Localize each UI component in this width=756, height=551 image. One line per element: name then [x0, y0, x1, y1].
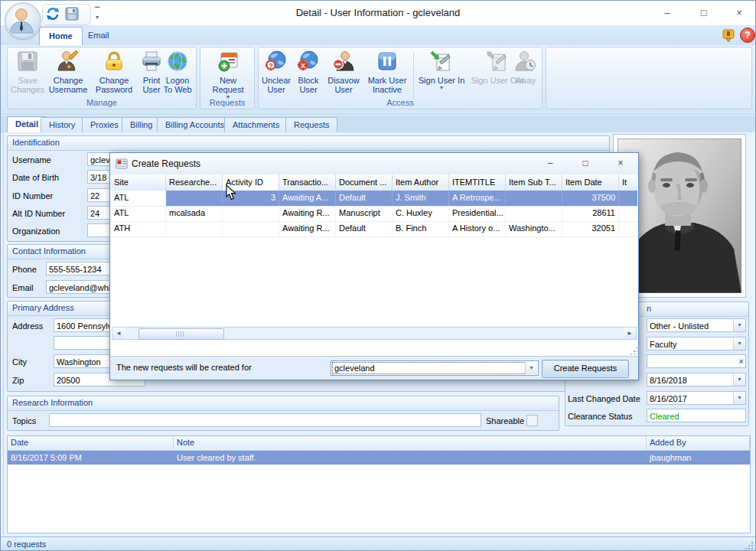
resize-grip[interactable]: [744, 540, 754, 550]
access-group-separator: [413, 52, 414, 99]
ribbon-group-manage: Save Changes Change Username Change Pass…: [7, 47, 197, 109]
dialog-title-bar[interactable]: Create Requests – □ ×: [110, 153, 638, 175]
tab-proxies[interactable]: Proxies: [82, 117, 127, 132]
change-username-button[interactable]: Change Username: [46, 50, 90, 94]
tab-billing-accounts[interactable]: Billing Accounts: [157, 117, 233, 132]
username-label: Username: [12, 153, 51, 167]
clearance-status-field: Cleared: [647, 409, 746, 422]
logon-to-web-button[interactable]: Logon To Web: [161, 50, 194, 94]
mark-user-inactive-button[interactable]: Mark User Inactive: [364, 50, 410, 94]
footer-label: The new requests will be created for: [116, 363, 252, 372]
create-requests-button[interactable]: Create Requests: [542, 360, 629, 378]
minimize-button[interactable]: –: [653, 5, 682, 21]
block-user-icon: X: [294, 50, 323, 76]
ribbon-tab-email[interactable]: Email: [79, 27, 119, 44]
ribbon-group-requests: New Request ▼ Requests: [200, 47, 255, 109]
qat-customize-icon[interactable]: ▔▾: [93, 7, 102, 21]
maximize-button[interactable]: □: [689, 5, 719, 21]
created-for-dropdown[interactable]: gcleveland ▼: [331, 360, 539, 376]
disavow-user-button[interactable]: Disavow User: [324, 50, 363, 94]
chevron-down-icon[interactable]: ▼: [525, 362, 537, 374]
phone-label: Phone: [12, 262, 37, 276]
mark-user-inactive-icon: [364, 50, 410, 76]
dob-label: Date of Birth: [12, 171, 59, 184]
dialog-close-button[interactable]: ×: [608, 156, 634, 171]
col-item-author[interactable]: Item Author: [393, 174, 449, 191]
notes-row[interactable]: 8/16/2017 5:09 PM User cleared by staff.…: [8, 451, 750, 465]
dialog-resize-grip[interactable]: [630, 347, 637, 354]
request-row[interactable]: ATL 3 Awaiting A... Default J. Smith A R…: [111, 191, 637, 207]
save-changes-icon: [11, 50, 44, 76]
detail-tab-strip: Detail History Proxies Billing Billing A…: [1, 116, 755, 132]
scroll-right-icon[interactable]: ►: [624, 328, 636, 339]
dialog-maximize-button[interactable]: □: [572, 156, 598, 171]
dialog-footer: The new requests will be created for gcl…: [110, 356, 638, 380]
id-number-label: ID Number: [12, 189, 53, 203]
col-document[interactable]: Document ...: [336, 174, 393, 191]
chevron-down-icon[interactable]: ▼: [733, 373, 745, 386]
topics-field[interactable]: [49, 413, 481, 427]
ribbon-group-empty: [546, 47, 752, 109]
block-user-button[interactable]: X Block User: [294, 50, 323, 94]
application-menu-avatar[interactable]: [5, 2, 41, 39]
status-text: 0 requests: [7, 540, 46, 549]
scrollbar-thumb[interactable]: [138, 328, 224, 340]
application-window: Detail - User Information - gcleveland –…: [0, 0, 756, 551]
department-dropdown[interactable]: Faculty▼: [647, 337, 746, 350]
tab-attachments[interactable]: Attachments: [224, 117, 288, 132]
sign-user-in-button[interactable]: Sign User In ▼: [416, 50, 467, 91]
col-itemtitle[interactable]: ITEMTITLE: [449, 174, 506, 191]
expiration-dropdown[interactable]: 8/16/2018▼: [647, 373, 746, 386]
clear-field-x-icon[interactable]: ×: [739, 355, 744, 367]
horizontal-scrollbar[interactable]: ◄ ►: [112, 327, 637, 340]
col-site[interactable]: Site: [111, 174, 166, 191]
last-changed-dropdown[interactable]: 8/16/2017▼: [647, 391, 746, 405]
dialog-title: Create Requests: [132, 158, 200, 169]
request-row[interactable]: ATL mcalsada Awaiting R... Manuscript C.…: [111, 206, 637, 222]
requests-group-caption: Requests: [200, 97, 254, 108]
save-changes-button[interactable]: Save Changes: [11, 50, 44, 94]
away-button[interactable]: Away: [511, 50, 540, 85]
dialog-minimize-button[interactable]: –: [537, 156, 563, 171]
sign-user-in-icon: [416, 50, 467, 76]
change-password-icon: [92, 50, 136, 76]
notes-col-date[interactable]: Date: [8, 436, 174, 450]
scroll-left-icon[interactable]: ◄: [112, 328, 125, 339]
panel-border: [3, 132, 4, 535]
ribbon-tab-home[interactable]: Home: [39, 27, 83, 45]
logon-to-web-icon: [161, 50, 194, 76]
unclear-user-button[interactable]: ? Unclear User: [260, 50, 292, 94]
chevron-down-icon[interactable]: ▼: [733, 337, 745, 350]
requests-grid-header: Site Researche... Activity ID Transactio…: [111, 174, 637, 191]
organization-label: Organization: [12, 224, 60, 238]
request-row[interactable]: ATH Awaiting R... Default B. Finch A His…: [111, 221, 637, 237]
city-label: City: [12, 355, 27, 369]
notes-col-added-by[interactable]: Added By: [647, 436, 750, 450]
change-password-button[interactable]: Change Password: [92, 50, 136, 94]
status-dropdown[interactable]: Other - Unlisted▼: [647, 318, 746, 332]
tab-billing[interactable]: Billing: [122, 117, 161, 132]
close-button[interactable]: ×: [725, 5, 754, 21]
help-icon[interactable]: ?: [740, 28, 755, 43]
unclear-user-icon: ?: [260, 50, 292, 76]
col-item-sub-title[interactable]: Item Sub T...: [506, 174, 562, 191]
chevron-down-icon[interactable]: ▼: [733, 319, 745, 331]
tab-requests[interactable]: Requests: [285, 117, 337, 132]
svg-text:?: ?: [269, 62, 273, 70]
col-item-more[interactable]: It: [619, 174, 637, 191]
new-request-button[interactable]: New Request ▼: [203, 50, 253, 100]
col-researcher[interactable]: Researche...: [166, 174, 223, 191]
col-item-date[interactable]: Item Date: [562, 174, 619, 191]
create-requests-dialog: Create Requests – □ × Site Researche... …: [109, 152, 639, 380]
shareable-checkbox[interactable]: [526, 415, 538, 426]
col-transaction[interactable]: Transactio...: [279, 174, 336, 191]
pin-ribbon-icon[interactable]: [721, 28, 736, 44]
clearable-field[interactable]: ×: [647, 354, 746, 368]
notes-col-note[interactable]: Note: [174, 436, 647, 450]
sign-user-in-dropdown-caret[interactable]: ▼: [416, 85, 467, 91]
identification-header: Identification: [8, 136, 609, 151]
save-icon[interactable]: [65, 7, 79, 22]
refresh-user-icon[interactable]: [45, 6, 60, 23]
chevron-down-icon[interactable]: ▼: [733, 392, 745, 404]
tab-history[interactable]: History: [41, 117, 83, 132]
